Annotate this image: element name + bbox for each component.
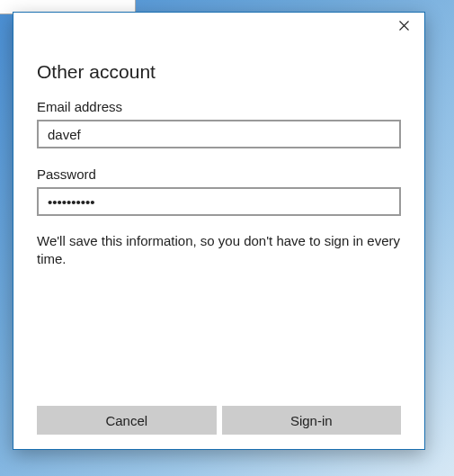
dialog-content: Other account Email address Password We'… [13,49,424,406]
cancel-button[interactable]: Cancel [37,406,217,435]
email-label: Email address [37,99,401,114]
signin-dialog: Other account Email address Password We'… [13,12,425,450]
close-button[interactable] [384,13,424,40]
dialog-titlebar [13,13,424,49]
dialog-button-row: Cancel Sign-in [13,406,424,449]
email-field[interactable] [37,120,401,148]
password-label: Password [37,166,401,182]
close-icon [399,18,409,34]
signin-button[interactable]: Sign-in [222,406,402,435]
save-info-text: We'll save this information, so you don'… [37,232,401,267]
password-field[interactable] [37,187,401,216]
dialog-heading: Other account [37,61,401,83]
